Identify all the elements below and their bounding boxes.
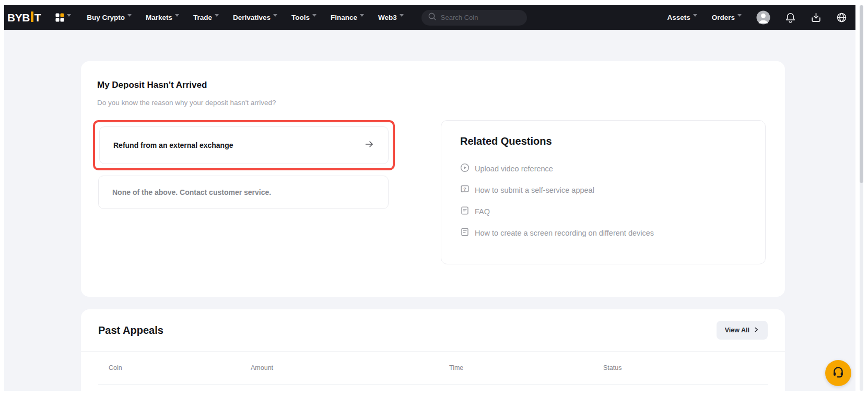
play-circle-icon	[460, 163, 470, 174]
related-question-label: Upload video reference	[475, 165, 553, 173]
search-icon	[428, 12, 437, 23]
chevron-down-icon	[67, 14, 71, 17]
option-contact-customer-service[interactable]: None of the above. Contact customer serv…	[98, 176, 389, 209]
top-navbar: BYBT Buy Crypto Markets Trade Derivative…	[4, 5, 855, 30]
deposit-content-row: Refund from an external exchange None of…	[97, 120, 785, 264]
related-question-upload-video[interactable]: Upload video reference	[460, 158, 749, 179]
option-label: Refund from an external exchange	[113, 141, 233, 149]
past-appeals-card: Past Appeals View All Coin Amount Time S…	[81, 309, 785, 391]
related-question-label: How to create a screen recording on diff…	[475, 229, 654, 237]
nav-label: Web3	[378, 14, 397, 21]
chevron-down-icon	[312, 14, 316, 17]
svg-text:?: ?	[463, 186, 466, 192]
related-question-faq[interactable]: FAQ	[460, 201, 749, 222]
nav-label: Derivatives	[233, 14, 271, 21]
nav-item-trade[interactable]: Trade	[193, 14, 219, 21]
coin-search-box[interactable]	[421, 10, 527, 26]
related-question-label: FAQ	[475, 207, 490, 216]
appeals-table-header: Coin Amount Time Status	[81, 352, 785, 384]
nav-label: Assets	[667, 14, 690, 21]
vertical-scrollbar[interactable]	[860, 5, 863, 391]
nav-label: Trade	[193, 14, 212, 21]
primary-nav: Buy Crypto Markets Trade Derivatives Too…	[87, 14, 404, 21]
table-header-divider	[98, 384, 768, 385]
bybit-logo[interactable]: BYBT	[7, 11, 41, 24]
related-question-label: How to submit a self-service appeal	[475, 186, 594, 194]
related-question-screen-recording[interactable]: How to create a screen recording on diff…	[460, 222, 749, 243]
headset-icon	[831, 365, 845, 381]
chevron-down-icon	[215, 14, 219, 17]
column-header-coin: Coin	[109, 364, 251, 371]
customer-support-chat-button[interactable]	[825, 360, 851, 386]
nav-item-web3[interactable]: Web3	[378, 14, 404, 21]
view-all-button[interactable]: View All	[717, 321, 768, 340]
logo-orange-i	[31, 11, 33, 22]
arrow-right-icon	[364, 139, 374, 152]
download-icon[interactable]	[811, 12, 822, 23]
chevron-down-icon	[273, 14, 277, 17]
page-subtitle: Do you know the reason why your deposit …	[97, 99, 785, 107]
nav-item-buy-crypto[interactable]: Buy Crypto	[87, 14, 132, 21]
column-header-time: Time	[449, 364, 603, 371]
scrollbar-thumb[interactable]	[860, 5, 863, 183]
grid-icon	[55, 13, 64, 22]
nav-item-assets[interactable]: Assets	[667, 14, 697, 21]
chevron-down-icon	[400, 14, 404, 17]
red-highlight-annotation: Refund from an external exchange	[93, 120, 395, 170]
screen: BYBT Buy Crypto Markets Trade Derivative…	[4, 5, 855, 391]
nav-label: Finance	[331, 14, 357, 21]
nav-label: Buy Crypto	[87, 14, 125, 21]
related-questions-title: Related Questions	[460, 135, 749, 147]
question-bubble-icon: ?	[460, 184, 470, 195]
apps-grid-menu[interactable]	[55, 13, 71, 22]
nav-label: Markets	[146, 14, 172, 21]
related-question-self-service-appeal[interactable]: ? How to submit a self-service appeal	[460, 179, 749, 201]
chevron-down-icon	[175, 14, 179, 17]
nav-item-markets[interactable]: Markets	[146, 14, 179, 21]
chevron-right-icon	[753, 327, 759, 334]
nav-item-finance[interactable]: Finance	[331, 14, 364, 21]
chevron-down-icon	[737, 14, 742, 17]
notifications-bell-icon[interactable]	[785, 12, 796, 23]
language-globe-icon[interactable]	[836, 12, 847, 23]
document-icon	[460, 206, 470, 217]
related-questions-card: Related Questions Upload video reference	[441, 120, 766, 264]
page-body: My Deposit Hasn't Arrived Do you know th…	[4, 30, 855, 391]
chevron-down-icon	[127, 14, 132, 17]
past-appeals-header: Past Appeals View All	[81, 309, 785, 352]
nav-label: Orders	[712, 14, 735, 21]
option-label: None of the above. Contact customer serv…	[112, 188, 271, 196]
logo-text-right: T	[34, 11, 41, 24]
nav-item-orders[interactable]: Orders	[712, 14, 742, 21]
view-all-label: View All	[725, 327, 749, 334]
logo-text-left: BYB	[7, 11, 30, 24]
search-input[interactable]	[441, 14, 519, 21]
chevron-down-icon	[360, 14, 364, 17]
chevron-down-icon	[693, 14, 697, 17]
related-questions-list: Upload video reference ? How to submit a	[460, 158, 749, 243]
option-refund-external-exchange[interactable]: Refund from an external exchange	[99, 126, 389, 164]
nav-label: Tools	[291, 14, 310, 21]
reason-options: Refund from an external exchange None of…	[97, 120, 400, 264]
user-avatar[interactable]	[756, 10, 770, 25]
column-header-status: Status	[603, 364, 785, 371]
nav-item-derivatives[interactable]: Derivatives	[233, 14, 277, 21]
page-title: My Deposit Hasn't Arrived	[97, 80, 785, 90]
column-header-amount: Amount	[251, 364, 449, 371]
nav-item-tools[interactable]: Tools	[291, 14, 316, 21]
document-icon	[460, 227, 470, 238]
past-appeals-title: Past Appeals	[98, 324, 163, 336]
account-nav: Assets Orders	[667, 10, 847, 25]
deposit-help-card: My Deposit Hasn't Arrived Do you know th…	[81, 61, 785, 297]
